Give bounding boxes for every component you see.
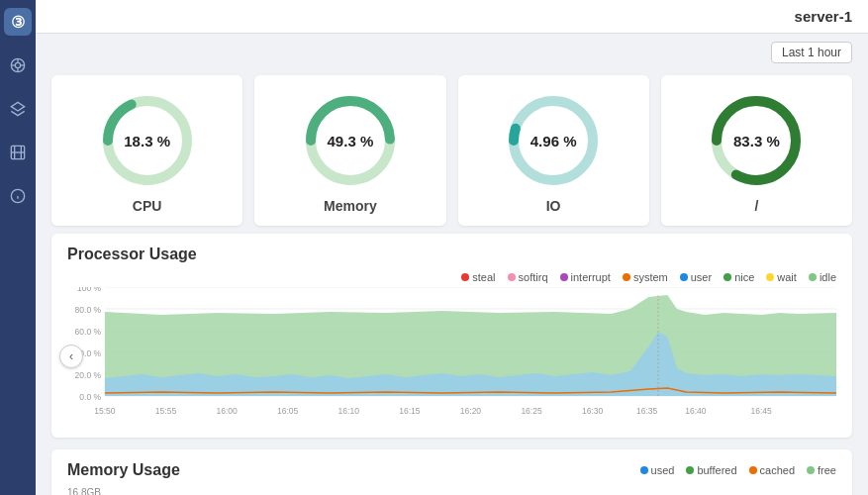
proc-legend-dot-interrupt xyxy=(560,273,568,281)
processor-chart-title: Processor Usage xyxy=(67,246,836,263)
mem-legend-cached: cached xyxy=(749,464,795,476)
proc-legend-label-system: system xyxy=(633,271,668,283)
toolbar: Last 1 hour xyxy=(36,34,868,67)
svg-text:16:45: 16:45 xyxy=(751,406,772,416)
memory-chart-legend: usedbufferedcachedfree xyxy=(640,464,836,476)
svg-text:0.0 %: 0.0 % xyxy=(79,392,101,402)
memory-chart-section: Memory Usage usedbufferedcachedfree 16.8… xyxy=(51,449,852,495)
proc-legend-label-nice: nice xyxy=(734,271,754,283)
proc-legend-user: user xyxy=(680,271,712,283)
donut-label-memory: 49.3 % xyxy=(328,133,374,149)
svg-text:15:55: 15:55 xyxy=(155,406,176,416)
metric-card-memory: 49.3 % Memory xyxy=(254,75,445,226)
metric-title-memory: Memory xyxy=(324,198,377,214)
sidebar-icon-film[interactable] xyxy=(4,139,32,166)
metric-card-io: 4.96 % IO xyxy=(458,75,649,226)
proc-legend-dot-wait xyxy=(766,273,774,281)
mem-legend-dot-free xyxy=(807,466,815,474)
sidebar-icon-layers[interactable] xyxy=(4,95,32,123)
donut-disk: 83.3 % xyxy=(707,91,806,190)
svg-text:16:25: 16:25 xyxy=(521,406,541,416)
proc-legend-softirq: softirq xyxy=(508,271,548,283)
sidebar-icon-info[interactable] xyxy=(4,182,32,210)
proc-legend-idle: idle xyxy=(809,271,836,283)
svg-text:16:05: 16:05 xyxy=(277,406,298,416)
donut-memory: 49.3 % xyxy=(301,91,400,190)
metric-card-disk: 83.3 % / xyxy=(661,75,852,226)
proc-legend-label-interrupt: interrupt xyxy=(571,271,611,283)
donut-io: 4.96 % xyxy=(504,91,603,190)
svg-text:16:15: 16:15 xyxy=(399,406,420,416)
svg-text:16:20: 16:20 xyxy=(460,406,481,416)
mem-legend-label-used: used xyxy=(651,464,675,476)
metric-title-cpu: CPU xyxy=(133,198,162,214)
proc-legend-dot-idle xyxy=(809,273,817,281)
proc-legend-system: system xyxy=(623,271,668,283)
chart-scroll-left-button[interactable]: ‹ xyxy=(59,345,83,368)
processor-chart-legend: stealsoftirqinterruptsystemusernicewaiti… xyxy=(67,271,836,283)
proc-legend-steal: steal xyxy=(461,271,495,283)
mem-legend-used: used xyxy=(640,464,675,476)
proc-legend-dot-user xyxy=(680,273,688,281)
mem-legend-label-buffered: buffered xyxy=(697,464,736,476)
proc-legend-label-softirq: softirq xyxy=(519,271,548,283)
proc-legend-label-wait: wait xyxy=(777,271,797,283)
processor-chart-svg: 100 % 80.0 % 60.0 % 40.0 % 20.0 % 0.0 % … xyxy=(67,287,836,426)
metric-title-io: IO xyxy=(546,198,561,214)
metric-title-disk: / xyxy=(754,198,758,214)
proc-legend-dot-system xyxy=(623,273,630,281)
proc-legend-dot-softirq xyxy=(508,273,516,281)
donut-label-disk: 83.3 % xyxy=(733,133,780,149)
proc-legend-label-idle: idle xyxy=(820,271,836,283)
proc-legend-label-user: user xyxy=(691,271,712,283)
sidebar-icon-logo[interactable]: ③ xyxy=(4,8,32,36)
mem-legend-free: free xyxy=(807,464,836,476)
mem-legend-dot-buffered xyxy=(686,466,694,474)
proc-legend-dot-steal xyxy=(461,273,469,281)
svg-text:16:30: 16:30 xyxy=(582,406,603,416)
svg-text:16:35: 16:35 xyxy=(636,406,657,416)
proc-legend-wait: wait xyxy=(766,271,797,283)
memory-y-label: 16.8GB xyxy=(67,487,101,495)
time-filter-button[interactable]: Last 1 hour xyxy=(771,42,852,63)
metrics-row: 18.3 % CPU 49.3 % Memory 4.96 % IO xyxy=(36,67,868,234)
mem-legend-dot-cached xyxy=(749,466,757,474)
svg-text:15:50: 15:50 xyxy=(94,406,115,416)
server-name: server-1 xyxy=(795,8,852,25)
svg-text:16:40: 16:40 xyxy=(685,406,706,416)
sidebar: ③ xyxy=(0,0,36,495)
svg-text:80.0 %: 80.0 % xyxy=(75,305,102,315)
proc-legend-label-steal: steal xyxy=(472,271,495,283)
svg-text:16:10: 16:10 xyxy=(338,406,359,416)
proc-legend-dot-nice xyxy=(723,273,731,281)
svg-text:16:00: 16:00 xyxy=(216,406,237,416)
sidebar-icon-palette[interactable] xyxy=(4,51,32,79)
proc-legend-nice: nice xyxy=(723,271,754,283)
processor-chart-section: Processor Usage stealsoftirqinterruptsys… xyxy=(51,234,852,438)
svg-point-1 xyxy=(15,62,20,67)
mem-legend-dot-used xyxy=(640,466,648,474)
metric-card-cpu: 18.3 % CPU xyxy=(51,75,242,226)
mem-legend-buffered: buffered xyxy=(686,464,736,476)
mem-legend-label-cached: cached xyxy=(760,464,795,476)
svg-marker-6 xyxy=(11,102,24,111)
proc-legend-interrupt: interrupt xyxy=(560,271,611,283)
donut-label-io: 4.96 % xyxy=(530,133,577,149)
donut-label-cpu: 18.3 % xyxy=(124,133,170,149)
donut-cpu: 18.3 % xyxy=(98,91,197,190)
svg-text:100 %: 100 % xyxy=(77,287,101,293)
memory-chart-title: Memory Usage xyxy=(67,461,180,479)
mem-legend-label-free: free xyxy=(818,464,836,476)
header: server-1 xyxy=(36,0,868,34)
svg-text:20.0 %: 20.0 % xyxy=(75,370,102,380)
processor-chart-wrapper: ‹ 100 % 80.0 % 60.0 % 40.0 % 20.0 % 0.0 … xyxy=(67,287,836,426)
main-content: server-1 Last 1 hour 18.3 % CPU 49.3 % M… xyxy=(36,0,868,495)
svg-text:60.0 %: 60.0 % xyxy=(75,327,102,337)
